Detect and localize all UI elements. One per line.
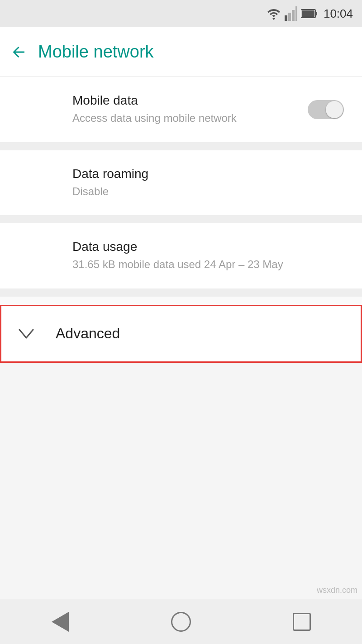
- status-time: 10:04: [324, 7, 353, 21]
- back-nav-icon: [52, 612, 69, 632]
- data-usage-label: Data usage: [72, 240, 339, 254]
- advanced-section: Advanced: [0, 305, 362, 363]
- mobile-data-label: Mobile data: [72, 93, 339, 108]
- back-button[interactable]: [11, 44, 27, 60]
- nav-back-button[interactable]: [42, 608, 78, 635]
- advanced-item[interactable]: Advanced: [0, 305, 362, 363]
- signal-icon: [285, 6, 297, 21]
- battery-icon: [301, 9, 317, 19]
- data-roaming-label: Data roaming: [72, 167, 339, 181]
- divider-3: [0, 288, 362, 297]
- toolbar: Mobile network: [0, 27, 362, 77]
- svg-rect-2: [292, 10, 295, 21]
- svg-rect-0: [285, 15, 287, 21]
- toggle-switch[interactable]: [308, 100, 344, 119]
- svg-rect-5: [315, 12, 317, 15]
- recents-nav-icon: [293, 613, 311, 631]
- divider-1: [0, 142, 362, 150]
- advanced-label: Advanced: [56, 325, 120, 342]
- status-icons: 10:04: [267, 6, 353, 21]
- home-nav-icon: [171, 612, 191, 632]
- data-roaming-sublabel: Disable: [72, 184, 339, 199]
- nav-recents-button[interactable]: [284, 608, 320, 635]
- mobile-data-sublabel: Access data using mobile network: [72, 111, 339, 126]
- status-bar: 10:04: [0, 0, 362, 27]
- data-usage-item[interactable]: Data usage 31.65 kB mobile data used 24 …: [0, 223, 362, 288]
- watermark: wsxdn.com: [317, 586, 357, 595]
- page-title: Mobile network: [38, 42, 154, 62]
- mobile-data-toggle[interactable]: [308, 100, 344, 119]
- data-usage-sublabel: 31.65 kB mobile data used 24 Apr – 23 Ma…: [72, 257, 339, 272]
- chevron-down-icon: [15, 322, 38, 345]
- mobile-data-item[interactable]: Mobile data Access data using mobile net…: [0, 77, 362, 142]
- wifi-icon: [267, 7, 281, 20]
- svg-rect-6: [302, 10, 314, 17]
- nav-home-button[interactable]: [163, 608, 199, 635]
- data-roaming-item[interactable]: Data roaming Disable: [0, 150, 362, 216]
- bottom-nav: [0, 599, 362, 644]
- toggle-thumb: [326, 101, 343, 118]
- divider-2: [0, 215, 362, 223]
- svg-rect-3: [295, 6, 297, 21]
- svg-rect-1: [288, 13, 291, 21]
- settings-content: Mobile data Access data using mobile net…: [0, 77, 362, 363]
